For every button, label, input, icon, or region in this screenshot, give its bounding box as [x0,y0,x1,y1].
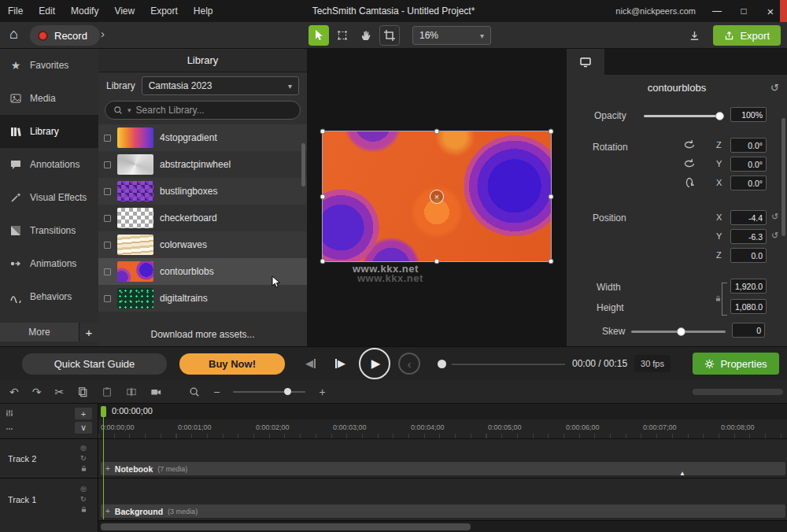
sidebar-item-annotations[interactable]: Annotations [0,148,98,181]
previous-frame-button[interactable]: ◀ [305,357,316,369]
group-background[interactable]: + Background (3 media) [101,504,785,518]
maximize-button[interactable]: □ [738,6,749,17]
library-item-digitaltrains[interactable]: digitaltrains [98,285,307,312]
track-levels-icon[interactable] [5,408,14,420]
resize-handle-n[interactable] [434,129,440,135]
menu-edit[interactable]: Edit [39,6,55,17]
library-scrollbar[interactable] [301,143,305,187]
scrubber-handle[interactable] [438,360,446,368]
properties-scrollbar[interactable] [781,118,785,236]
reset-position-y-icon[interactable]: ↺ [771,231,778,241]
add-track-button[interactable]: + [75,408,92,419]
rotation-y-value[interactable]: 0.0° [730,157,767,172]
sidebar-item-behaviors[interactable]: Behaviors [0,280,98,313]
position-z-value[interactable]: 0.0 [730,248,767,263]
fps-display[interactable]: 30 fps [634,355,671,372]
cut-button[interactable]: ✂ [54,386,64,398]
menu-export[interactable]: Export [150,6,178,17]
timeline-zoom-handle[interactable] [284,388,291,395]
timeline-ruler[interactable]: 0:00:00;00 0:00:01;00 0:00:02;00 0:00:03… [98,419,787,438]
undo-button[interactable]: ↶ [9,386,19,398]
menu-file[interactable]: File [8,6,23,17]
move-handle[interactable]: × [430,190,444,204]
close-button[interactable]: × [765,5,776,18]
sidebar-more-button[interactable]: More [0,323,79,342]
playhead-line[interactable] [103,415,104,519]
track-2-head[interactable]: Track 2 ◎ ↻ [0,438,98,478]
transform-tool-button[interactable] [332,25,353,46]
record-camera-button[interactable] [150,386,161,397]
library-item-checkerboard[interactable]: checkerboard [98,205,307,231]
timeline-scrollbar-thumb[interactable] [101,523,471,530]
rotation-z-value[interactable]: 0.0° [730,138,767,153]
library-item-colorwaves[interactable]: colorwaves [98,231,307,258]
timeline-zoom-button[interactable] [189,386,200,397]
library-item-bustlingboxes[interactable]: bustlingboxes [98,178,307,205]
menu-modify[interactable]: Modify [71,6,98,17]
scrubber-track[interactable] [452,364,565,365]
canvas-stage[interactable]: × www.kkx.net www.kkx.net [307,49,567,346]
lock-aspect-icon[interactable] [715,294,722,305]
resize-handle-w[interactable] [320,194,326,199]
copy-button[interactable] [77,386,88,397]
track-1-head[interactable]: Track 1 ◎ ↻ [0,478,98,520]
playhead-strip[interactable]: 0:00:00;00 [98,404,787,419]
split-button[interactable] [126,386,137,397]
resize-handle-se[interactable] [549,259,554,264]
skew-value[interactable]: 0 [732,323,765,338]
resize-handle-sw[interactable] [320,259,326,264]
record-button[interactable]: Record [30,25,100,46]
zoom-out-button[interactable]: − [213,386,220,398]
sidebar-item-media[interactable]: Media [0,82,98,115]
expand-group-icon[interactable]: + [105,464,110,473]
opacity-slider[interactable] [644,115,722,117]
position-y-value[interactable]: -6.3 [730,229,767,244]
play-button[interactable]: ▶ [359,348,390,379]
rotation-x-value[interactable]: 0.0° [730,175,767,190]
jump-back-button[interactable]: ‹ [398,353,420,375]
position-x-value[interactable]: -4.4 [730,210,767,225]
properties-toggle-button[interactable]: Properties [693,353,779,375]
menu-view[interactable]: View [114,6,135,17]
crop-tool-button[interactable] [379,25,400,46]
skew-slider[interactable] [631,331,726,333]
skew-slider-handle[interactable] [677,327,685,336]
sidebar-item-visual-effects[interactable]: Visual Effects [0,181,98,214]
opacity-value[interactable]: 100% [730,107,767,122]
expand-group-icon[interactable]: + [105,507,110,515]
download-more-assets-link[interactable]: Download more assets... [98,329,307,340]
canvas-zoom-select[interactable]: 16% ▾ [412,26,491,45]
resize-handle-nw[interactable] [320,129,326,135]
record-expand-chevron[interactable]: › [101,27,105,40]
export-button[interactable]: Export [713,25,781,46]
quick-start-guide-button[interactable]: Quick Start Guide [22,353,167,375]
opacity-slider-handle[interactable] [715,112,724,120]
account-email[interactable]: nick@nickpeers.com [615,6,696,16]
collapse-tracks-button[interactable]: ∨ [75,422,92,434]
tab-visual-properties[interactable] [567,49,604,75]
reset-position-x-icon[interactable]: ↺ [771,212,778,222]
buy-now-button[interactable]: Buy Now! [179,353,285,375]
zoom-in-button[interactable]: + [319,386,325,398]
track-loop-icon[interactable]: ↻ [80,496,87,503]
minimize-button[interactable]: — [711,6,722,17]
sidebar-item-favorites[interactable]: ★ Favorites [0,49,98,82]
redo-button[interactable]: ↷ [32,386,42,398]
track-eye-icon[interactable]: ◎ [80,445,87,452]
library-item-4stopgradient[interactable]: 4stopgradient [98,124,307,151]
timeline-toolbar-scrollbar[interactable] [693,389,783,395]
track-loop-icon[interactable]: ↻ [80,455,87,462]
height-value[interactable]: 1,080.0 [730,299,767,314]
sidebar-item-transitions[interactable]: Transitions [0,214,98,247]
timeline-horizontal-scrollbar[interactable] [98,520,787,532]
step-frame-button[interactable]: ▶ [335,357,345,369]
pan-tool-button[interactable] [356,25,376,46]
track-1-lane[interactable]: + Background (3 media) [98,478,787,520]
width-value[interactable]: 1,920.0 [730,279,767,294]
library-source-dropdown[interactable]: Camtasia 2023 ▾ [142,76,299,95]
selected-media-preview[interactable]: × [323,131,551,261]
track-lock-icon[interactable] [80,506,87,515]
menu-help[interactable]: Help [194,6,213,17]
library-item-abstractpinwheel[interactable]: abstractpinwheel [98,151,307,178]
library-search-input[interactable]: ▾ Search Library... [105,101,301,120]
